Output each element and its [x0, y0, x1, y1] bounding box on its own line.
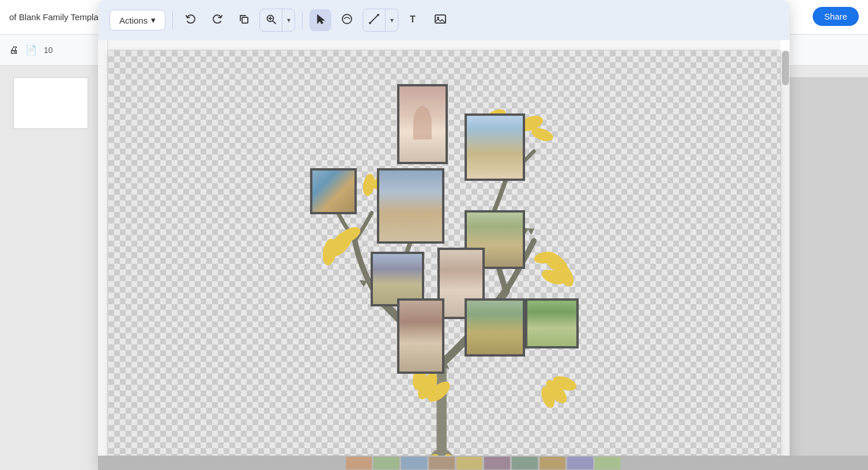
ruler-top: var ticks = ''; for (var i = 0; i < 1200…	[98, 40, 780, 51]
image-icon	[434, 13, 447, 28]
copy-icon	[238, 13, 250, 28]
toolbar-separator-2	[302, 12, 303, 29]
app-title: of Blank Family Template	[9, 12, 105, 22]
line-button[interactable]	[363, 9, 385, 31]
page-thumbnail[interactable]	[13, 77, 88, 129]
svg-point-23	[361, 173, 376, 197]
bottom-photo-4	[429, 457, 455, 469]
select-button[interactable]	[310, 9, 331, 31]
actions-button[interactable]: Actions ▾	[110, 10, 165, 31]
page-icon: 📄	[25, 44, 37, 55]
svg-line-2	[273, 21, 276, 24]
zoom-chevron-icon[interactable]: ▾	[282, 9, 295, 31]
image-button[interactable]	[429, 9, 451, 31]
bottom-photo-5	[456, 457, 482, 469]
undo-icon	[185, 13, 197, 28]
print-icon: 🖨	[9, 45, 18, 55]
svg-rect-12	[98, 40, 780, 51]
scrollbar-thumb[interactable]	[782, 51, 789, 85]
photo-frame-elderly-couple[interactable]	[377, 168, 444, 244]
bottom-photo-9	[567, 457, 593, 469]
bottom-photo-10	[595, 457, 621, 469]
redo-icon	[212, 13, 223, 28]
photo-frame-family-portrait[interactable]	[465, 113, 525, 180]
canvas-page[interactable]	[108, 51, 780, 470]
svg-point-8	[377, 14, 379, 16]
photo-frame-outdoor-family[interactable]	[525, 298, 579, 348]
bottom-photo-7	[512, 457, 538, 469]
bottom-photo-6	[484, 457, 510, 469]
zoom-display: 10	[44, 46, 53, 55]
line-icon	[368, 13, 380, 28]
ruler-left	[98, 40, 108, 470]
redo-button[interactable]	[206, 9, 228, 31]
vertical-scrollbar[interactable]	[780, 51, 790, 470]
copy-button[interactable]	[233, 9, 255, 31]
actions-chevron-icon: ▾	[151, 15, 156, 25]
bottom-photo-3	[401, 457, 427, 469]
bottom-photo-1	[346, 457, 372, 469]
toolbar-separator-1	[172, 12, 173, 29]
svg-point-5	[342, 14, 352, 24]
svg-rect-0	[242, 17, 248, 23]
text-icon: T	[408, 13, 420, 28]
line-button-group[interactable]: ▾	[363, 9, 398, 32]
select-icon	[315, 13, 326, 28]
shape-icon	[341, 13, 353, 28]
modal-canvas-area[interactable]: var ticks = ''; for (var i = 0; i < 1200…	[98, 40, 790, 470]
actions-label: Actions	[119, 16, 148, 25]
text-button[interactable]: T	[403, 9, 425, 31]
svg-rect-15	[98, 40, 108, 470]
photo-frame-young-woman[interactable]	[397, 84, 447, 164]
photo-frame-family-bottom-right[interactable]	[465, 298, 525, 357]
svg-point-7	[369, 22, 371, 24]
bottom-photo-8	[539, 457, 565, 469]
shape-button[interactable]	[336, 9, 358, 31]
zoom-button-group[interactable]: ▾	[259, 9, 295, 32]
photo-frame-family-tall[interactable]	[397, 298, 444, 374]
modal-container: Actions ▾	[98, 0, 790, 470]
bottom-photo-2	[373, 457, 399, 469]
photo-frame-small-family[interactable]	[310, 168, 357, 214]
svg-text:T: T	[410, 14, 416, 24]
undo-button[interactable]	[180, 9, 202, 31]
left-panel	[0, 66, 101, 470]
zoom-icon	[265, 13, 277, 28]
share-button[interactable]: Share	[813, 7, 859, 26]
svg-line-6	[370, 15, 378, 23]
modal-toolbar: Actions ▾	[98, 0, 790, 40]
zoom-button[interactable]	[260, 9, 282, 31]
bottom-photo-strip	[98, 456, 868, 470]
line-chevron-icon[interactable]: ▾	[385, 9, 398, 31]
